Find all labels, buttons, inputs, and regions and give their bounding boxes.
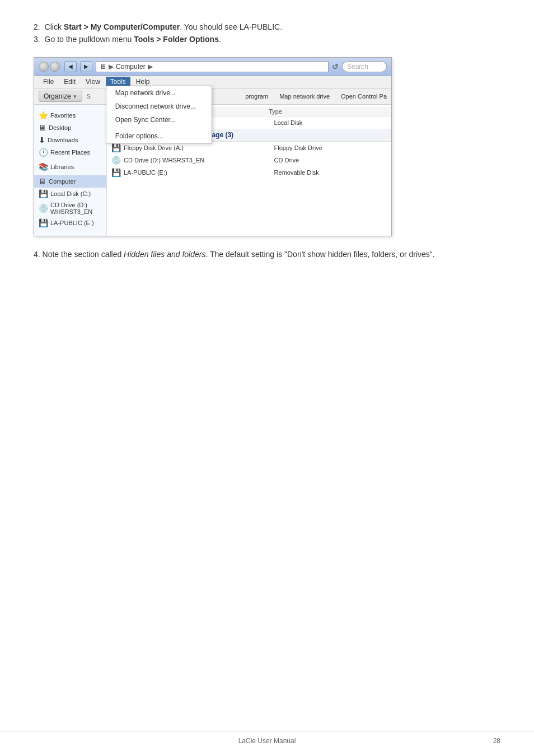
sidebar-computer-section: 🖥 Computer 💾 Local Disk (C:) 💿 CD Drive … bbox=[34, 175, 106, 229]
la-public-icon: 💾 bbox=[39, 218, 48, 227]
recent-places-icon: 🕐 bbox=[39, 148, 48, 157]
title-bar-icons bbox=[39, 62, 60, 72]
la-public-file-type: Removable Disk bbox=[274, 169, 387, 176]
explorer-window: ◀ ▶ 🖥 ▶ Computer ▶ ↺ Search File Edi bbox=[34, 57, 392, 236]
sidebar: ⭐ Favorites 🖥 Desktop ⬇ Downloads 🕐 Rece… bbox=[34, 105, 107, 236]
toolbar: Organize ▼ S program Map network drive O… bbox=[34, 88, 391, 105]
instruction-num-2: 2. bbox=[34, 22, 40, 31]
sidebar-item-favorites[interactable]: ⭐ Favorites bbox=[34, 109, 106, 122]
organize-label: Organize bbox=[44, 92, 71, 100]
footer-label: LaCie User Manual bbox=[0, 737, 534, 745]
main-content: ⭐ Favorites 🖥 Desktop ⬇ Downloads 🕐 Rece… bbox=[34, 105, 391, 236]
cd-drive-icon: 💿 bbox=[39, 204, 48, 213]
sidebar-item-local-disk[interactable]: 💾 Local Disk (C:) bbox=[34, 188, 106, 200]
search-placeholder: Search bbox=[347, 63, 368, 71]
star-icon: ⭐ bbox=[39, 111, 48, 120]
file-row-floppy[interactable]: 💾 Floppy Disk Drive (A:) Floppy Disk Dri… bbox=[107, 142, 391, 154]
address-arrow: ▶ bbox=[148, 63, 153, 71]
page-footer: LaCie User Manual 28 bbox=[0, 731, 534, 745]
floppy-drive-name: Floppy Disk Drive (A:) bbox=[124, 144, 274, 151]
sidebar-la-public-label: LA-PUBLIC (E:) bbox=[50, 220, 94, 226]
sidebar-desktop-label: Desktop bbox=[49, 124, 71, 131]
local-disk-row-type: Local Disk bbox=[274, 119, 387, 126]
instruction-num-4: 4. bbox=[34, 250, 40, 259]
instruction-list: 2. Click Start > My Computer/Computer. Y… bbox=[34, 22, 500, 44]
forward-button[interactable]: ▶ bbox=[80, 61, 92, 72]
title-bar-nav: ◀ ▶ 🖥 ▶ Computer ▶ ↺ Search bbox=[64, 61, 387, 72]
cd-drive-file-type: CD Drive bbox=[274, 157, 387, 164]
back-button[interactable]: ◀ bbox=[64, 61, 77, 72]
sidebar-item-libraries[interactable]: 📚 Libraries bbox=[34, 161, 106, 173]
toolbar-size-label: S bbox=[87, 93, 91, 100]
tools-dropdown: Map network drive... Disconnect network … bbox=[106, 86, 212, 143]
address-separator: ▶ bbox=[109, 63, 114, 71]
menu-file[interactable]: File bbox=[39, 77, 58, 87]
desktop-icon: 🖥 bbox=[39, 123, 46, 132]
instruction-item-2: 2. Click Start > My Computer/Computer. Y… bbox=[34, 22, 500, 31]
window-minimize-icon[interactable] bbox=[50, 62, 60, 72]
footer-page-number: 28 bbox=[493, 737, 500, 745]
title-bar: ◀ ▶ 🖥 ▶ Computer ▶ ↺ Search bbox=[34, 58, 391, 76]
window-close-icon[interactable] bbox=[39, 62, 49, 72]
toolbar-program-label: program bbox=[245, 93, 268, 100]
sidebar-computer-label: Computer bbox=[49, 178, 76, 185]
tools-menu-wrapper: Tools Map network drive... Disconnect ne… bbox=[106, 78, 130, 86]
sidebar-item-downloads[interactable]: ⬇ Downloads bbox=[34, 134, 106, 146]
instruction-item-4: 4. Note the section called Hidden files … bbox=[34, 250, 500, 259]
tools-folder-options[interactable]: Folder options... bbox=[106, 129, 212, 143]
sidebar-item-desktop[interactable]: 🖥 Desktop bbox=[34, 122, 106, 134]
sidebar-libraries-label: Libraries bbox=[50, 164, 74, 170]
computer-icon: 🖥 bbox=[39, 177, 46, 186]
sidebar-libraries-section: 📚 Libraries bbox=[34, 161, 106, 173]
tools-map-network[interactable]: Map network drive... bbox=[106, 86, 212, 100]
sidebar-item-cd-drive[interactable]: 💿 CD Drive (D:) WHSRST3_EN bbox=[34, 200, 106, 217]
organize-button[interactable]: Organize ▼ bbox=[39, 91, 82, 102]
sidebar-recent-places-label: Recent Places bbox=[50, 149, 90, 156]
sidebar-favorites-label: Favorites bbox=[50, 112, 76, 119]
instruction-item-3: 3. Go to the pulldown menu Tools > Folde… bbox=[34, 35, 500, 44]
sidebar-downloads-label: Downloads bbox=[48, 137, 78, 143]
menu-bar: File Edit View Tools Map network drive..… bbox=[34, 76, 391, 88]
menu-view[interactable]: View bbox=[81, 77, 105, 87]
refresh-icon[interactable]: ↺ bbox=[332, 62, 339, 71]
menu-edit[interactable]: Edit bbox=[59, 77, 80, 87]
tools-divider bbox=[106, 128, 212, 128]
organize-dropdown-arrow: ▼ bbox=[73, 94, 77, 99]
cd-drive-file-icon: 💿 bbox=[111, 156, 121, 165]
toolbar-map-network-label[interactable]: Map network drive bbox=[279, 93, 330, 100]
tools-open-sync[interactable]: Open Sync Center... bbox=[106, 113, 212, 127]
sidebar-item-computer[interactable]: 🖥 Computer bbox=[34, 175, 106, 188]
page-content: 2. Click Start > My Computer/Computer. Y… bbox=[0, 0, 534, 304]
sidebar-local-disk-label: Local Disk (C:) bbox=[50, 190, 91, 197]
sidebar-favorites-section: ⭐ Favorites 🖥 Desktop ⬇ Downloads 🕐 Rece… bbox=[34, 109, 106, 158]
instruction-bold-2: Start > My Computer/Computer bbox=[64, 22, 180, 31]
sidebar-cd-drive-label: CD Drive (D:) WHSRST3_EN bbox=[50, 202, 102, 215]
search-box[interactable]: Search bbox=[342, 61, 387, 72]
la-public-file-icon: 💾 bbox=[111, 168, 121, 177]
address-icon: 🖥 bbox=[100, 63, 106, 71]
col-type-header[interactable]: Type bbox=[269, 108, 387, 115]
floppy-drive-type: Floppy Disk Drive bbox=[274, 144, 387, 151]
local-disk-icon: 💾 bbox=[39, 189, 48, 198]
address-text: Computer bbox=[116, 63, 146, 71]
la-public-file-name: LA-PUBLIC (E:) bbox=[124, 169, 274, 176]
downloads-icon: ⬇ bbox=[39, 136, 45, 144]
instruction-num-3: 3. bbox=[34, 35, 40, 44]
sidebar-item-recent-places[interactable]: 🕐 Recent Places bbox=[34, 146, 106, 158]
floppy-drive-icon: 💾 bbox=[111, 143, 121, 152]
instruction-bold-3: Tools > Folder Options bbox=[134, 35, 219, 44]
cd-drive-file-name: CD Drive (D:) WHSRST3_EN bbox=[124, 157, 274, 164]
file-row-cd-drive[interactable]: 💿 CD Drive (D:) WHSRST3_EN CD Drive bbox=[107, 154, 391, 166]
tools-disconnect-network[interactable]: Disconnect network drive... bbox=[106, 100, 212, 113]
instruction-italic-4: Hidden files and folders bbox=[124, 250, 205, 259]
toolbar-open-control-label[interactable]: Open Control Pa bbox=[341, 93, 387, 100]
sidebar-item-la-public[interactable]: 💾 LA-PUBLIC (E:) bbox=[34, 217, 106, 229]
libraries-icon: 📚 bbox=[39, 162, 48, 171]
file-row-la-public[interactable]: 💾 LA-PUBLIC (E:) Removable Disk bbox=[107, 166, 391, 179]
header-right: ↺ Search bbox=[332, 61, 387, 72]
address-bar[interactable]: 🖥 ▶ Computer ▶ bbox=[96, 61, 329, 72]
